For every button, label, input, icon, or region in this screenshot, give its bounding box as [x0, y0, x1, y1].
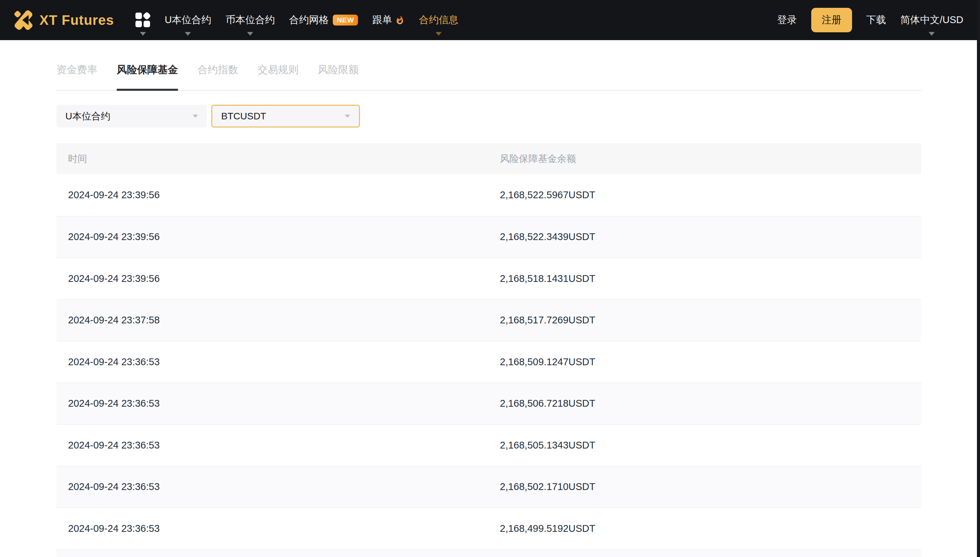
locale-selector[interactable]: 简体中文/USD [900, 0, 963, 40]
locale-label: 简体中文/USD [900, 13, 963, 27]
top-navbar: XT Futures U本位合约 币本位合约 合约网格 NEW 跟单 [0, 0, 980, 40]
tab-trading-rules[interactable]: 交易规则 [258, 63, 299, 90]
table-row: 2024-09-24 23:36:53 2,168,502.1710USDT [57, 466, 921, 508]
tab-insurance-fund[interactable]: 风险保障基金 [117, 63, 178, 90]
brand-name: XT Futures [39, 13, 114, 28]
symbol-value: BTCUSDT [221, 111, 266, 122]
table-body: 2024-09-24 23:39:56 2,168,522.5967USDT 2… [57, 174, 921, 549]
table-row: 2024-09-24 23:39:56 2,168,518.1431USDT [57, 257, 921, 299]
chevron-down-icon [247, 32, 253, 36]
cell-time: 2024-09-24 23:36:53 [68, 357, 500, 368]
cell-balance: 2,168,505.1343USDT [500, 440, 596, 451]
apps-grid-icon [136, 13, 150, 28]
cell-time: 2024-09-24 23:37:58 [68, 314, 500, 326]
cell-time: 2024-09-24 23:39:56 [68, 273, 500, 284]
cell-time: 2024-09-24 23:39:56 [68, 231, 500, 243]
new-badge: NEW [333, 15, 358, 26]
contract-type-value: U本位合约 [65, 110, 110, 123]
cell-balance: 2,168,506.7218USDT [500, 398, 596, 409]
table-row: 2024-09-24 23:36:53 2,168,506.7218USDT [57, 383, 921, 424]
nav-menu: U本位合约 币本位合约 合约网格 NEW 跟单 合约信息 [158, 0, 466, 40]
nav-item-label: 币本位合约 [225, 13, 275, 27]
nav-item-copy-trading[interactable]: 跟单 [372, 0, 405, 40]
nav-item-futures-grid[interactable]: 合约网格 NEW [289, 0, 358, 40]
cell-balance: 2,168,522.5967USDT [500, 189, 596, 200]
table-row: 2024-09-24 23:39:56 2,168,522.5967USDT [57, 174, 921, 216]
cell-time: 2024-09-24 23:39:56 [68, 189, 500, 200]
column-header-time: 时间 [68, 152, 500, 165]
cell-balance: 2,168,499.5192USDT [500, 523, 596, 534]
tab-label: 风险限额 [318, 64, 359, 75]
chevron-down-icon [185, 32, 191, 36]
apps-menu[interactable] [136, 0, 150, 40]
nav-item-label: 跟单 [372, 13, 392, 27]
cell-time: 2024-09-24 23:36:53 [68, 440, 500, 451]
brand-logo[interactable]: XT Futures [14, 10, 114, 30]
table-row: 2024-09-24 23:39:56 2,168,522.3439USDT [57, 216, 921, 258]
register-button[interactable]: 注册 [811, 8, 852, 32]
chevron-down-icon [193, 115, 198, 118]
table-header: 时间 风险保障基金余额 [57, 143, 921, 174]
filter-bar: U本位合约 BTCUSDT [57, 105, 921, 127]
cell-time: 2024-09-24 23:36:53 [68, 481, 500, 492]
tab-bar: 资金费率 风险保障基金 合约指数 交易规则 风险限额 [57, 40, 921, 91]
chevron-down-icon [140, 32, 146, 36]
symbol-select[interactable]: BTCUSDT [211, 105, 360, 127]
table-row: 2024-09-24 23:36:53 2,168,499.5192USDT [57, 507, 921, 549]
cell-balance: 2,168,502.1710USDT [500, 481, 596, 492]
nav-item-label: U本位合约 [165, 13, 211, 27]
nav-left: XT Futures U本位合约 币本位合约 合约网格 NEW 跟单 [14, 0, 466, 40]
nav-right: 登录 注册 下载 简体中文/USD [777, 0, 963, 40]
nav-item-label: 合约信息 [419, 13, 458, 27]
xt-logo-icon [14, 10, 33, 30]
table-row-partial [57, 549, 921, 557]
tab-label: 合约指数 [198, 64, 238, 75]
cell-balance: 2,168,518.1431USDT [500, 273, 596, 284]
flame-icon [395, 15, 405, 26]
column-header-balance: 风险保障基金余额 [500, 152, 576, 165]
insurance-fund-table: 时间 风险保障基金余额 2024-09-24 23:39:56 2,168,52… [57, 143, 921, 557]
tab-label: 交易规则 [258, 64, 299, 75]
cell-balance: 2,168,509.1247USDT [500, 357, 596, 368]
cell-time: 2024-09-24 23:36:53 [68, 523, 500, 534]
contract-type-select[interactable]: U本位合约 [57, 105, 207, 127]
nav-item-coin-margined-futures[interactable]: 币本位合约 [225, 0, 275, 40]
tab-label: 资金费率 [57, 64, 97, 75]
download-link[interactable]: 下载 [866, 13, 886, 27]
chevron-down-icon [345, 115, 350, 118]
nav-item-u-margined-futures[interactable]: U本位合约 [165, 0, 211, 40]
tab-risk-limit[interactable]: 风险限额 [318, 63, 359, 90]
login-link[interactable]: 登录 [777, 13, 797, 27]
scrollbar[interactable] [977, 0, 980, 557]
cell-balance: 2,168,517.7269USDT [500, 314, 596, 326]
tab-contract-index[interactable]: 合约指数 [198, 63, 238, 90]
nav-item-label: 合约网格 [289, 13, 329, 27]
cell-time: 2024-09-24 23:36:53 [68, 398, 500, 409]
table-row: 2024-09-24 23:37:58 2,168,517.7269USDT [57, 299, 921, 341]
chevron-down-icon [929, 32, 935, 36]
tab-label: 风险保障基金 [117, 64, 178, 75]
nav-item-futures-info[interactable]: 合约信息 [419, 0, 458, 40]
table-row: 2024-09-24 23:36:53 2,168,509.1247USDT [57, 341, 921, 383]
main-content: 资金费率 风险保障基金 合约指数 交易规则 风险限额 U本位合约 BTCUSDT… [57, 40, 921, 557]
chevron-down-icon [436, 32, 442, 36]
cell-balance: 2,168,522.3439USDT [500, 231, 596, 243]
table-row: 2024-09-24 23:36:53 2,168,505.1343USDT [57, 424, 921, 466]
tab-funding-rate[interactable]: 资金费率 [57, 63, 97, 90]
